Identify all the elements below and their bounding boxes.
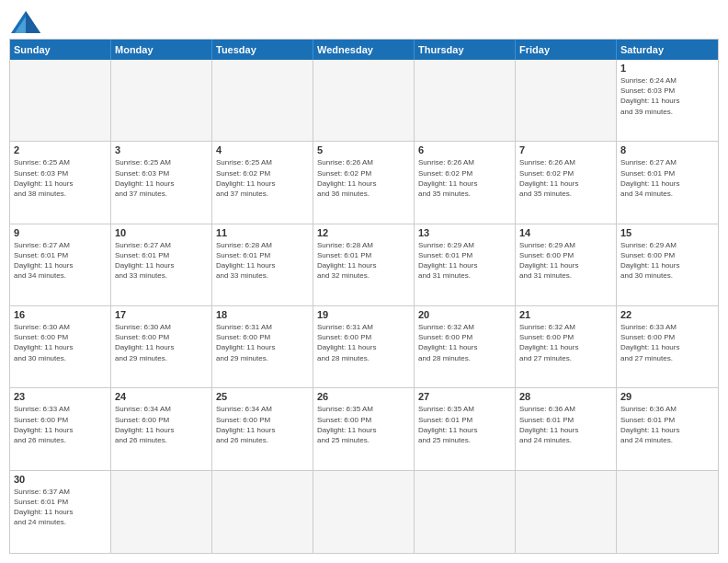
day-number: 18 [216, 309, 309, 320]
day-number: 16 [14, 309, 107, 320]
cell-info: Sunrise: 6:30 AM Sunset: 6:00 PM Dayligh… [14, 322, 107, 363]
cell-info: Sunrise: 6:29 AM Sunset: 6:01 PM Dayligh… [418, 240, 511, 282]
calendar-cell [617, 471, 718, 553]
day-number: 3 [115, 144, 208, 155]
calendar-grid: 1Sunrise: 6:24 AM Sunset: 6:03 PM Daylig… [10, 60, 718, 553]
cell-info: Sunrise: 6:29 AM Sunset: 6:00 PM Dayligh… [620, 240, 714, 282]
calendar-cell: 21Sunrise: 6:32 AM Sunset: 6:00 PM Dayli… [516, 306, 617, 388]
cell-info: Sunrise: 6:31 AM Sunset: 6:00 PM Dayligh… [317, 322, 410, 363]
calendar-cell: 17Sunrise: 6:30 AM Sunset: 6:00 PM Dayli… [111, 306, 212, 388]
cell-info: Sunrise: 6:32 AM Sunset: 6:00 PM Dayligh… [418, 322, 511, 363]
calendar-cell: 24Sunrise: 6:34 AM Sunset: 6:00 PM Dayli… [111, 388, 212, 470]
calendar-cell: 22Sunrise: 6:33 AM Sunset: 6:00 PM Dayli… [617, 306, 718, 388]
header-thursday: Thursday [415, 40, 516, 60]
calendar-cell: 18Sunrise: 6:31 AM Sunset: 6:00 PM Dayli… [212, 306, 313, 388]
day-number: 8 [620, 144, 714, 155]
calendar-cell: 15Sunrise: 6:29 AM Sunset: 6:00 PM Dayli… [617, 224, 718, 306]
cell-info: Sunrise: 6:28 AM Sunset: 6:01 PM Dayligh… [317, 240, 410, 282]
cell-info: Sunrise: 6:35 AM Sunset: 6:00 PM Dayligh… [317, 404, 410, 445]
cell-info: Sunrise: 6:26 AM Sunset: 6:02 PM Dayligh… [519, 157, 612, 199]
logo-icon [9, 9, 37, 31]
cell-info: Sunrise: 6:26 AM Sunset: 6:02 PM Dayligh… [418, 157, 511, 199]
cell-info: Sunrise: 6:37 AM Sunset: 6:01 PM Dayligh… [14, 487, 107, 528]
day-number: 6 [418, 144, 511, 155]
calendar: Sunday Monday Tuesday Wednesday Thursday… [9, 39, 719, 554]
cell-info: Sunrise: 6:34 AM Sunset: 6:00 PM Dayligh… [115, 404, 208, 445]
day-number: 20 [418, 309, 511, 320]
calendar-cell: 27Sunrise: 6:35 AM Sunset: 6:01 PM Dayli… [415, 388, 516, 470]
calendar-cell: 3Sunrise: 6:25 AM Sunset: 6:03 PM Daylig… [111, 142, 212, 224]
cell-info: Sunrise: 6:29 AM Sunset: 6:00 PM Dayligh… [519, 240, 612, 282]
day-number: 29 [620, 391, 714, 402]
calendar-cell: 23Sunrise: 6:33 AM Sunset: 6:00 PM Dayli… [10, 388, 111, 470]
calendar-cell: 29Sunrise: 6:36 AM Sunset: 6:01 PM Dayli… [617, 388, 718, 470]
day-number: 9 [14, 227, 107, 238]
calendar-cell: 9Sunrise: 6:27 AM Sunset: 6:01 PM Daylig… [10, 224, 111, 306]
day-number: 11 [216, 227, 309, 238]
header-friday: Friday [516, 40, 617, 60]
cell-info: Sunrise: 6:33 AM Sunset: 6:00 PM Dayligh… [14, 404, 107, 445]
calendar-cell [111, 471, 212, 553]
calendar-cell [415, 60, 516, 142]
day-number: 17 [115, 309, 208, 320]
calendar-cell: 30Sunrise: 6:37 AM Sunset: 6:01 PM Dayli… [10, 471, 111, 553]
calendar-cell: 7Sunrise: 6:26 AM Sunset: 6:02 PM Daylig… [516, 142, 617, 224]
day-number: 1 [620, 63, 714, 74]
day-number: 10 [115, 227, 208, 238]
calendar-cell [212, 60, 313, 142]
cell-info: Sunrise: 6:36 AM Sunset: 6:01 PM Dayligh… [620, 404, 714, 445]
day-number: 27 [418, 391, 511, 402]
calendar-cell [111, 60, 212, 142]
day-number: 22 [620, 309, 714, 320]
cell-info: Sunrise: 6:26 AM Sunset: 6:02 PM Dayligh… [317, 157, 410, 199]
calendar-cell [516, 471, 617, 553]
day-number: 26 [317, 391, 410, 402]
calendar-cell: 1Sunrise: 6:24 AM Sunset: 6:03 PM Daylig… [617, 60, 718, 142]
calendar-cell [313, 60, 415, 142]
calendar-cell: 14Sunrise: 6:29 AM Sunset: 6:00 PM Dayli… [516, 224, 617, 306]
calendar-cell: 11Sunrise: 6:28 AM Sunset: 6:01 PM Dayli… [212, 224, 313, 306]
day-number: 14 [519, 227, 612, 238]
cell-info: Sunrise: 6:35 AM Sunset: 6:01 PM Dayligh… [418, 404, 511, 445]
calendar-cell [212, 471, 313, 553]
calendar-cell: 26Sunrise: 6:35 AM Sunset: 6:00 PM Dayli… [313, 388, 415, 470]
header-sunday: Sunday [10, 40, 111, 60]
cell-info: Sunrise: 6:32 AM Sunset: 6:00 PM Dayligh… [519, 322, 612, 363]
header-wednesday: Wednesday [313, 40, 415, 60]
cell-info: Sunrise: 6:33 AM Sunset: 6:00 PM Dayligh… [620, 322, 714, 363]
calendar-cell: 6Sunrise: 6:26 AM Sunset: 6:02 PM Daylig… [415, 142, 516, 224]
day-number: 15 [620, 227, 714, 238]
cell-info: Sunrise: 6:24 AM Sunset: 6:03 PM Dayligh… [620, 75, 714, 117]
calendar-cell [313, 471, 415, 553]
day-number: 24 [115, 391, 208, 402]
calendar-cell: 5Sunrise: 6:26 AM Sunset: 6:02 PM Daylig… [313, 142, 415, 224]
cell-info: Sunrise: 6:36 AM Sunset: 6:01 PM Dayligh… [519, 404, 612, 445]
calendar-cell: 13Sunrise: 6:29 AM Sunset: 6:01 PM Dayli… [415, 224, 516, 306]
cell-info: Sunrise: 6:25 AM Sunset: 6:03 PM Dayligh… [115, 157, 208, 199]
day-number: 30 [14, 474, 107, 485]
day-number: 12 [317, 227, 410, 238]
header-tuesday: Tuesday [212, 40, 313, 60]
calendar-cell: 2Sunrise: 6:25 AM Sunset: 6:03 PM Daylig… [10, 142, 111, 224]
calendar-cell: 8Sunrise: 6:27 AM Sunset: 6:01 PM Daylig… [617, 142, 718, 224]
cell-info: Sunrise: 6:28 AM Sunset: 6:01 PM Dayligh… [216, 240, 309, 282]
cell-info: Sunrise: 6:25 AM Sunset: 6:03 PM Dayligh… [14, 157, 107, 199]
calendar-cell: 12Sunrise: 6:28 AM Sunset: 6:01 PM Dayli… [313, 224, 415, 306]
day-headers: Sunday Monday Tuesday Wednesday Thursday… [10, 40, 718, 60]
calendar-cell: 25Sunrise: 6:34 AM Sunset: 6:00 PM Dayli… [212, 388, 313, 470]
cell-info: Sunrise: 6:27 AM Sunset: 6:01 PM Dayligh… [115, 240, 208, 282]
logo [9, 9, 40, 31]
cell-info: Sunrise: 6:27 AM Sunset: 6:01 PM Dayligh… [620, 157, 714, 199]
day-number: 25 [216, 391, 309, 402]
cell-info: Sunrise: 6:30 AM Sunset: 6:00 PM Dayligh… [115, 322, 208, 363]
calendar-cell: 19Sunrise: 6:31 AM Sunset: 6:00 PM Dayli… [313, 306, 415, 388]
svg-marker-2 [26, 11, 40, 33]
cell-info: Sunrise: 6:25 AM Sunset: 6:02 PM Dayligh… [216, 157, 309, 199]
day-number: 21 [519, 309, 612, 320]
cell-info: Sunrise: 6:34 AM Sunset: 6:00 PM Dayligh… [216, 404, 309, 445]
calendar-cell [516, 60, 617, 142]
calendar-cell: 10Sunrise: 6:27 AM Sunset: 6:01 PM Dayli… [111, 224, 212, 306]
day-number: 5 [317, 144, 410, 155]
calendar-cell: 28Sunrise: 6:36 AM Sunset: 6:01 PM Dayli… [516, 388, 617, 470]
day-number: 4 [216, 144, 309, 155]
